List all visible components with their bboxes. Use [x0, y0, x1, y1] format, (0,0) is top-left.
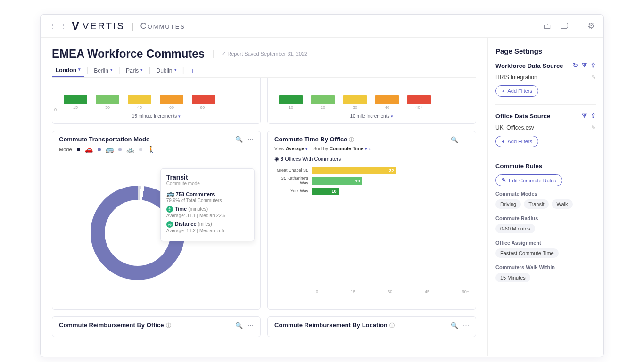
distance-icon: %: [166, 221, 173, 228]
chip-radius[interactable]: 0-60 Minutes: [495, 224, 535, 233]
search-icon[interactable]: 🔍: [235, 322, 243, 329]
drag-grip-icon[interactable]: ⋮⋮⋮: [49, 22, 66, 30]
histogram-bar[interactable]: [64, 95, 87, 104]
histogram-bar[interactable]: [160, 95, 183, 104]
topbar: ⋮⋮⋮ VVERTIS | Commutes 🗀 🖵 | ⚙: [41, 15, 603, 38]
chevron-down-icon[interactable]: ▾: [174, 67, 177, 74]
add-filters-button[interactable]: Add Filters: [495, 85, 538, 97]
histogram-bar[interactable]: [279, 95, 303, 104]
info-icon[interactable]: ⓘ: [166, 322, 171, 328]
info-icon[interactable]: ⓘ: [389, 322, 395, 328]
edit-icon[interactable]: ✎: [591, 74, 596, 81]
tab-berlin[interactable]: Berlin▾: [90, 65, 116, 77]
workforce-data-source: HRIS Integration✎: [495, 74, 596, 81]
page-settings-sidebar: Page Settings Workforce Data Source ↻ ⧩ …: [487, 38, 603, 356]
breadcrumb[interactable]: Commutes: [140, 21, 185, 31]
search-icon[interactable]: 🔍: [451, 322, 458, 329]
histogram-bar[interactable]: [343, 95, 367, 104]
histogram-bar[interactable]: [375, 95, 399, 104]
office-bar[interactable]: 32: [312, 167, 396, 174]
edit-commute-rules-button[interactable]: Edit Commute Rules: [495, 174, 562, 186]
histogram-bar[interactable]: [128, 95, 151, 104]
car-icon: 🚗: [85, 146, 93, 153]
filter-icon[interactable]: ⧩: [582, 62, 587, 69]
upload-icon[interactable]: ⇪: [591, 62, 596, 69]
reimbursement-location-card: Commute Reimbursement By Locationⓘ 🔍⋯: [267, 316, 476, 337]
chip-walk[interactable]: 15 Minutes: [495, 273, 530, 282]
tab-dublin[interactable]: Dublin▾: [152, 65, 180, 77]
walk-icon: 🚶: [147, 146, 155, 153]
chevron-down-icon[interactable]: ▾: [110, 67, 113, 74]
chart-tooltip: Transit Commute mode 🚌 753 Commuters79.9…: [160, 168, 255, 241]
monitor-icon[interactable]: 🖵: [560, 21, 569, 31]
brand-logo: VVERTIS: [72, 19, 125, 33]
location-tabs: London▾ | Berlin▾ | Paris▾ | Dublin▾ | +: [52, 64, 476, 78]
chevron-down-icon[interactable]: ▾: [140, 67, 143, 74]
tab-london[interactable]: London▾: [52, 64, 84, 77]
chevron-down-icon[interactable]: ▾: [78, 67, 81, 74]
upload-icon[interactable]: ⇪: [591, 112, 596, 120]
clock-icon: ⏱: [166, 206, 173, 213]
folder-icon[interactable]: 🗀: [543, 21, 552, 31]
add-filters-button[interactable]: Add Filters: [495, 136, 538, 147]
more-icon[interactable]: ⋯: [463, 136, 469, 143]
bus-icon: 🚌: [106, 146, 114, 153]
office-bar[interactable]: 19: [312, 177, 362, 185]
saved-status: Report Saved September 31, 2022: [222, 51, 307, 57]
add-tab-button[interactable]: +: [186, 64, 199, 77]
more-icon[interactable]: ⋯: [248, 136, 254, 143]
view-dropdown[interactable]: ▾: [305, 147, 308, 151]
chip-mode[interactable]: Transit: [524, 199, 549, 209]
page-title: EMEA Workforce Commutes: [52, 47, 205, 60]
info-icon[interactable]: ⓘ: [349, 137, 354, 142]
search-icon[interactable]: 🔍: [235, 136, 243, 143]
office-data-source: UK_Offices.csv✎: [495, 124, 596, 131]
histogram-bar[interactable]: [407, 95, 431, 104]
filter-icon[interactable]: ⧩: [582, 112, 587, 120]
bus-icon: 🚌: [166, 190, 174, 197]
sort-direction-icon[interactable]: ↓: [368, 146, 371, 151]
histogram-bar[interactable]: [96, 95, 119, 104]
search-icon[interactable]: 🔍: [451, 136, 458, 143]
time-by-office-card: Commute Time By Officeⓘ 🔍 ⋯ View Average…: [267, 131, 476, 310]
gear-icon[interactable]: ⚙: [587, 21, 595, 31]
bike-icon: 🚲: [126, 146, 134, 153]
more-icon[interactable]: ⋯: [248, 322, 254, 329]
histogram-bar[interactable]: [192, 95, 215, 104]
chip-assign[interactable]: Fastest Commute Time: [495, 248, 559, 258]
commute-time-dist-card: 0 1530456060+ 15 minute increments▾: [52, 78, 261, 124]
target-icon: ◉: [274, 156, 279, 162]
histogram-bar[interactable]: [311, 95, 335, 104]
edit-icon[interactable]: ✎: [591, 124, 596, 131]
increment-selector[interactable]: 15 minute increments▾: [59, 114, 254, 119]
office-bar[interactable]: 10: [312, 188, 339, 195]
sort-dropdown[interactable]: ▾: [365, 147, 367, 151]
refresh-icon[interactable]: ↻: [573, 62, 578, 69]
commute-distance-dist-card: 1020304040+ 10 mile increments▾: [267, 78, 476, 124]
chip-mode[interactable]: Driving: [495, 199, 521, 209]
tab-paris[interactable]: Paris▾: [122, 65, 147, 77]
transport-mode-card: Commute Transportation Mode 🔍 ⋯ Mode 🚗 🚌…: [52, 131, 261, 310]
increment-selector[interactable]: 10 mile increments▾: [274, 114, 469, 119]
more-icon[interactable]: ⋯: [463, 322, 469, 329]
reimbursement-office-card: Commute Reimbursement By Officeⓘ 🔍⋯: [52, 316, 261, 337]
mode-legend: Mode 🚗 🚌 🚲 🚶: [59, 146, 254, 153]
chip-mode[interactable]: Walk: [552, 199, 572, 209]
